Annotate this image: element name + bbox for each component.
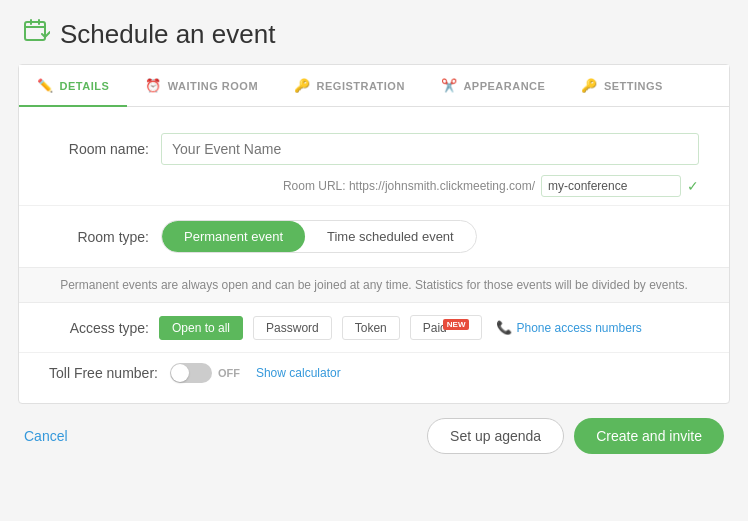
access-password-btn[interactable]: Password — [253, 316, 332, 340]
room-type-row: Room type: Permanent event Time schedule… — [19, 206, 729, 267]
room-name-label: Room name: — [49, 141, 149, 157]
access-paid-btn[interactable]: PaidNEW — [410, 315, 483, 340]
phone-access-link[interactable]: 📞 Phone access numbers — [496, 320, 641, 335]
form-area: Room name: Room URL: https://johnsmith.c… — [19, 107, 729, 403]
info-banner: Permanent events are always open and can… — [19, 267, 729, 303]
cancel-button[interactable]: Cancel — [24, 428, 68, 444]
footer: Cancel Set up agenda Create and invite — [0, 404, 748, 464]
room-type-toggle: Permanent event Time scheduled event — [161, 220, 477, 253]
create-invite-button[interactable]: Create and invite — [574, 418, 724, 454]
toggle-track[interactable] — [170, 363, 212, 383]
toll-free-toggle[interactable]: OFF — [170, 363, 240, 383]
tab-waiting-room[interactable]: ⏰ Waiting Room — [127, 66, 276, 107]
footer-right: Set up agenda Create and invite — [427, 418, 724, 454]
tab-registration[interactable]: 🔑 Registration — [276, 66, 423, 107]
url-check-icon: ✓ — [687, 178, 699, 194]
schedule-icon — [24, 18, 50, 50]
setup-agenda-button[interactable]: Set up agenda — [427, 418, 564, 454]
page-header: Schedule an event — [0, 0, 748, 64]
toll-free-row: Toll Free number: OFF Show calculator — [19, 353, 729, 393]
access-type-label: Access type: — [49, 320, 149, 336]
tab-appearance[interactable]: ✂️ Appearance — [423, 66, 564, 107]
tab-details[interactable]: ✏️ Details — [19, 66, 127, 107]
room-url-row: Room URL: https://johnsmith.clickmeeting… — [19, 173, 729, 205]
svg-rect-0 — [25, 22, 45, 40]
settings-tab-icon: 🔑 — [581, 78, 598, 93]
tab-settings[interactable]: 🔑 Settings — [563, 66, 681, 107]
tabs-bar: ✏️ Details ⏰ Waiting Room 🔑 Registration… — [19, 65, 729, 107]
main-card: ✏️ Details ⏰ Waiting Room 🔑 Registration… — [18, 64, 730, 404]
access-open-btn[interactable]: Open to all — [159, 316, 243, 340]
room-name-row: Room name: — [19, 125, 729, 173]
access-type-row: Access type: Open to all Password Token … — [19, 303, 729, 352]
details-tab-icon: ✏️ — [37, 78, 54, 93]
new-badge: NEW — [443, 319, 470, 330]
appearance-tab-icon: ✂️ — [441, 78, 458, 93]
registration-tab-icon: 🔑 — [294, 78, 311, 93]
time-scheduled-event-btn[interactable]: Time scheduled event — [305, 221, 476, 252]
toll-free-label: Toll Free number: — [49, 365, 158, 381]
toggle-state-label: OFF — [218, 367, 240, 379]
permanent-event-btn[interactable]: Permanent event — [162, 221, 305, 252]
show-calculator-link[interactable]: Show calculator — [256, 366, 341, 380]
page: Schedule an event ✏️ Details ⏰ Waiting R… — [0, 0, 748, 521]
waiting-room-tab-icon: ⏰ — [145, 78, 162, 93]
access-token-btn[interactable]: Token — [342, 316, 400, 340]
phone-icon: 📞 — [496, 320, 512, 335]
page-title: Schedule an event — [60, 19, 275, 50]
room-url-slug-input[interactable] — [541, 175, 681, 197]
room-url-prefix: Room URL: https://johnsmith.clickmeeting… — [283, 179, 535, 193]
toggle-thumb — [171, 364, 189, 382]
room-type-label: Room type: — [49, 229, 149, 245]
room-name-input[interactable] — [161, 133, 699, 165]
